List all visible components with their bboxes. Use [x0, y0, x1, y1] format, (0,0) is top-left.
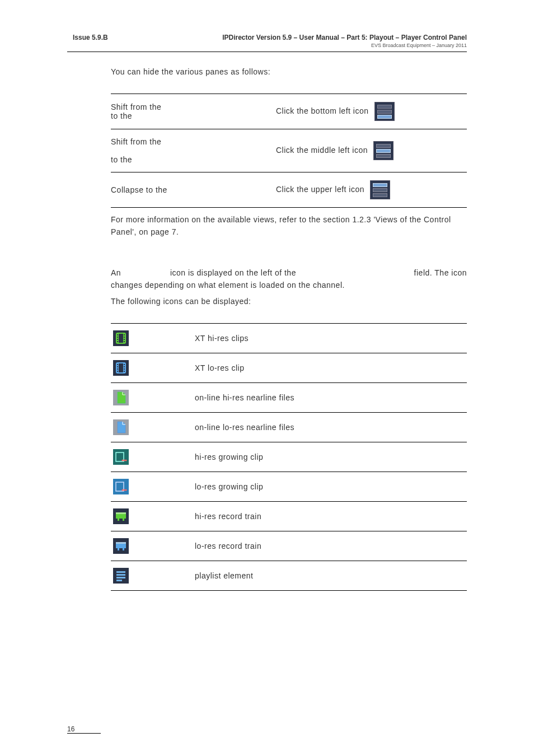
svg-rect-6	[117, 339, 118, 340]
icon-label: on-line lo-res nearline files	[195, 412, 467, 442]
bottom-view-icon	[374, 102, 395, 121]
table-row: hi-res record train	[111, 501, 467, 531]
svg-point-34	[125, 489, 127, 491]
table-row: Shift from the to the Click the bottom l…	[111, 94, 467, 129]
svg-rect-18	[117, 368, 118, 370]
text: changes depending on what element is loa…	[111, 279, 467, 291]
doc-subtitle: EVS Broadcast Equipment – January 2011	[222, 43, 467, 48]
svg-rect-37	[116, 514, 126, 519]
svg-point-28	[124, 459, 125, 461]
svg-rect-22	[124, 368, 125, 370]
element-icon-paragraph: An icon is displayed on the left of the …	[111, 267, 467, 307]
cell-text: Click the bottom left icon	[276, 106, 369, 115]
svg-rect-49	[116, 577, 125, 578]
svg-point-35	[122, 489, 124, 491]
table-row: XT hi-res clips	[111, 323, 467, 353]
upper-view-icon	[370, 180, 390, 199]
svg-rect-9	[124, 337, 125, 338]
hi-res-growing-clip-icon	[113, 449, 129, 465]
middle-view-icon	[373, 141, 394, 160]
online-lo-res-nearline-icon	[113, 419, 129, 435]
svg-point-30	[122, 459, 124, 461]
table-row: lo-res growing clip	[111, 472, 467, 501]
views-note: For more information on the available vi…	[111, 213, 467, 239]
svg-rect-17	[117, 366, 118, 367]
table-row: Shift from the to the Click the middle l…	[111, 129, 467, 172]
cell-text: Click the upper left icon	[276, 185, 364, 194]
svg-rect-7	[117, 341, 118, 342]
icon-cell	[111, 442, 195, 472]
table-row: on-line hi-res nearline files	[111, 382, 467, 412]
header-divider	[67, 52, 467, 52]
hi-res-record-train-icon	[113, 508, 129, 524]
svg-rect-38	[116, 512, 126, 514]
icons-table: XT hi-res clipsXT lo-res clipon-line hi-…	[111, 323, 467, 591]
header-right: IPDirector Version 5.9 – User Manual – P…	[222, 34, 467, 48]
view-collapse-label: Collapse to the	[111, 172, 209, 208]
table-row: hi-res growing clip	[111, 442, 467, 472]
icon-label: lo-res growing clip	[195, 472, 467, 501]
icon-label: playlist element	[195, 561, 467, 590]
doc-title: IPDirector Version 5.9 – User Manual – P…	[222, 34, 467, 41]
text: The following icons can be displayed:	[111, 295, 467, 307]
svg-rect-5	[117, 337, 118, 338]
svg-rect-44	[118, 548, 119, 550]
intro-paragraph: You can hide the various panes as follow…	[111, 66, 467, 78]
text: icon is displayed on the left of the	[170, 268, 296, 277]
icon-cell	[111, 472, 195, 501]
svg-rect-10	[124, 339, 125, 340]
playlist-element-icon	[113, 568, 129, 584]
view-shift-label: Shift from the to the	[111, 129, 209, 172]
icon-cell	[111, 501, 195, 531]
svg-rect-19	[117, 371, 118, 372]
page-number: 16	[67, 725, 101, 734]
svg-rect-40	[123, 519, 124, 521]
view-shift-label: Shift from the to the	[111, 94, 209, 129]
view-action: Click the bottom left icon	[209, 94, 467, 129]
svg-rect-23	[124, 371, 125, 372]
issue-label: Issue 5.9.B	[73, 34, 108, 41]
svg-rect-47	[116, 571, 125, 573]
svg-rect-31	[113, 479, 129, 494]
svg-rect-39	[118, 519, 119, 521]
svg-rect-16	[117, 364, 118, 365]
icon-label: XT hi-res clips	[195, 323, 467, 353]
svg-rect-42	[116, 544, 126, 548]
svg-rect-43	[116, 542, 126, 544]
icon-label: on-line hi-res nearline files	[195, 382, 467, 412]
svg-rect-11	[124, 341, 125, 342]
icon-cell	[111, 353, 195, 382]
xt-hi-res-clips-icon	[113, 330, 129, 346]
lo-res-growing-clip-icon	[113, 479, 129, 494]
icon-cell	[111, 382, 195, 412]
xt-lo-res-clip-icon	[113, 360, 129, 376]
cell-text: Collapse to the	[111, 185, 167, 194]
table-row: playlist element	[111, 561, 467, 590]
icon-cell	[111, 412, 195, 442]
icon-cell	[111, 323, 195, 353]
icon-label: hi-res record train	[195, 501, 467, 531]
svg-rect-50	[116, 580, 122, 581]
icon-cell	[111, 561, 195, 590]
icon-label: hi-res growing clip	[195, 442, 467, 472]
icon-label: XT lo-res clip	[195, 353, 467, 382]
text: field. The icon	[414, 267, 467, 279]
icon-label: lo-res record train	[195, 531, 467, 561]
svg-rect-26	[113, 449, 129, 465]
cell-text: to the	[111, 111, 132, 120]
svg-rect-4	[117, 334, 118, 335]
lo-res-record-train-icon	[113, 538, 129, 554]
cell-text: Click the middle left icon	[276, 146, 368, 155]
table-row: Collapse to the Click the upper left ico…	[111, 172, 467, 208]
svg-rect-21	[124, 366, 125, 367]
table-row: lo-res record train	[111, 531, 467, 561]
svg-rect-20	[124, 364, 125, 365]
svg-rect-45	[123, 548, 124, 550]
views-table: Shift from the to the Click the bottom l…	[111, 94, 467, 208]
view-action: Click the upper left icon	[209, 172, 467, 208]
text: An	[111, 268, 121, 277]
icon-cell	[111, 531, 195, 561]
cell-text: Shift from the	[111, 137, 161, 146]
view-action: Click the middle left icon	[209, 129, 467, 172]
cell-text: to the	[111, 155, 132, 164]
